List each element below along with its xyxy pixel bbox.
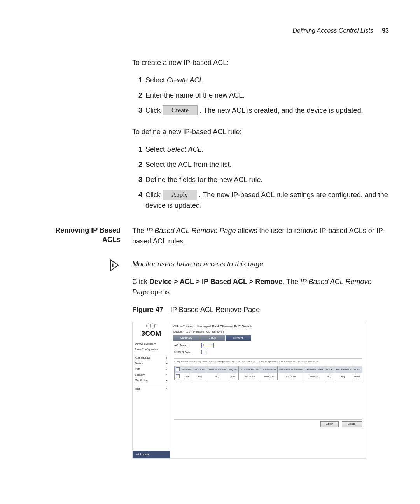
- figure-screenshot: 3COM OfficeConnect Managed Fast Ethernet…: [132, 322, 366, 459]
- steps-rule: 1 Select Select ACL. 2 Select the ACL fr…: [132, 144, 389, 211]
- table-row: ICMP Any Any Any 10.0.2.28 0.0.0.255 10.…: [175, 373, 362, 380]
- remove-acl-checkbox[interactable]: [201, 350, 206, 354]
- create-button[interactable]: Create: [163, 105, 198, 116]
- col-checkbox: [175, 366, 181, 373]
- intro-create: To create a new IP-based ACL:: [132, 58, 389, 68]
- acl-name-select[interactable]: 1: [201, 343, 214, 348]
- intro-rule: To define a new IP-based ACL rule:: [132, 127, 389, 137]
- acl-name-row: ACL Name 1: [174, 343, 362, 348]
- rule-step-2: 2 Select the ACL from the list.: [132, 159, 389, 170]
- sidebar-item-administration[interactable]: Administration: [133, 355, 170, 361]
- info-icon: i: [108, 259, 121, 271]
- rule-step-3: 3 Define the fields for the new ACL rule…: [132, 175, 389, 185]
- svg-text:i: i: [112, 262, 114, 268]
- breadcrumb: Device > ACL > IP Based ACL [ Remove ]: [173, 330, 363, 334]
- shot-apply-button[interactable]: Apply: [320, 421, 339, 427]
- step-2: 2 Enter the name of the new ACL.: [132, 90, 389, 101]
- flag-note: * Flag Set present the flag types in the…: [174, 360, 362, 364]
- header-title: Defining Access Control Lists: [292, 27, 373, 34]
- row-checkbox[interactable]: [176, 374, 180, 378]
- section-intro: The IP Based ACL Remove Page allows the …: [132, 226, 389, 247]
- shot-title: OfficeConnect Managed Fast Ethernet PoE …: [173, 324, 363, 329]
- steps-create: 1 Select Create ACL. 2 Enter the name of…: [132, 75, 389, 116]
- step-3: 3 Click Create . The new ACL is created,…: [132, 105, 389, 116]
- table-header: Protocol Source Port Destination Port Fl…: [175, 366, 362, 373]
- remove-acl-row: Remove ACL: [174, 350, 362, 354]
- acl-table: Protocol Source Port Destination Port Fl…: [174, 366, 362, 380]
- sidebar-item-monitoring[interactable]: Monitoring: [133, 378, 170, 383]
- page-number: 93: [382, 27, 389, 34]
- svg-marker-0: [110, 260, 118, 271]
- monitor-note: Monitor users have no access to this pag…: [132, 259, 389, 270]
- apply-button[interactable]: Apply: [163, 190, 197, 200]
- brand-logo: 3COM: [133, 322, 170, 340]
- sidebar: Device Summary Save Configuration Admini…: [133, 340, 170, 458]
- sidebar-item-security[interactable]: Security: [133, 372, 170, 378]
- sidebar-item-port[interactable]: Port: [133, 366, 170, 372]
- running-header: Defining Access Control Lists 93: [31, 27, 389, 34]
- rule-step-1: 1 Select Select ACL.: [132, 144, 389, 155]
- figure-caption: Figure 47IP Based ACL Remove Page: [132, 304, 389, 315]
- step-1: 1 Select Create ACL.: [132, 75, 389, 86]
- shot-cancel-button[interactable]: Cancel: [342, 421, 362, 427]
- sidebar-item-device-summary[interactable]: Device Summary: [133, 341, 170, 347]
- section-heading: Removing IP Based ACLs: [31, 226, 121, 245]
- logout-button[interactable]: Logout: [133, 451, 170, 458]
- sidebar-item-help[interactable]: Help: [133, 386, 170, 392]
- sidebar-item-save-config[interactable]: Save Configuration: [133, 347, 170, 353]
- click-path: Click Device > ACL > IP Based ACL > Remo…: [132, 276, 389, 298]
- sidebar-item-device[interactable]: Device: [133, 361, 170, 367]
- rule-step-4: 4 Click Apply . The new IP-based ACL rul…: [132, 190, 389, 211]
